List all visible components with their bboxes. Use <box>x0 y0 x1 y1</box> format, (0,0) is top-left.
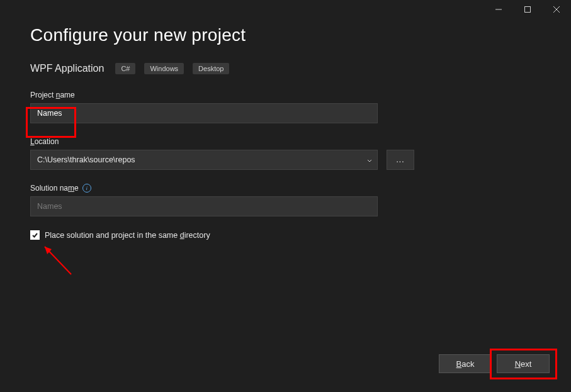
solution-name-label: Solution name i <box>30 184 541 193</box>
browse-button[interactable]: ... <box>387 150 414 170</box>
project-name-input[interactable] <box>30 103 378 123</box>
minimize-icon <box>495 6 502 13</box>
maximize-button[interactable] <box>513 0 542 19</box>
maximize-icon <box>524 6 531 13</box>
next-button[interactable]: Next <box>497 354 550 373</box>
same-directory-label: Place solution and project in the same d… <box>45 231 210 240</box>
tag-csharp: C# <box>115 63 135 74</box>
same-directory-row: Place solution and project in the same d… <box>30 230 541 240</box>
location-combobox[interactable]: C:\Users\thrak\source\repos <box>30 150 378 170</box>
solution-name-block: Solution name i <box>30 184 541 216</box>
project-name-label: Project name <box>30 91 541 99</box>
location-label: Location <box>30 137 541 146</box>
footer: Back Next <box>439 354 550 373</box>
svg-line-4 <box>45 247 71 274</box>
template-row: WPF Application C# Windows Desktop <box>30 63 541 74</box>
page-title: Configure your new project <box>30 25 541 45</box>
title-bar <box>0 0 571 19</box>
svg-marker-5 <box>45 247 52 254</box>
annotation-arrow-icon <box>40 243 77 281</box>
tag-desktop: Desktop <box>193 63 229 74</box>
back-button[interactable]: Back <box>439 354 492 373</box>
info-icon[interactable]: i <box>82 184 91 193</box>
project-name-block: Project name <box>30 91 541 123</box>
tag-windows: Windows <box>144 63 184 74</box>
checkmark-icon <box>31 232 38 238</box>
location-block: Location C:\Users\thrak\source\repos ... <box>30 137 541 170</box>
ellipsis-icon: ... <box>396 155 404 164</box>
close-icon <box>553 6 560 13</box>
solution-name-input <box>30 196 378 216</box>
location-value: C:\Users\thrak\source\repos <box>37 155 135 164</box>
chevron-down-icon <box>367 155 372 164</box>
close-button[interactable] <box>542 0 571 19</box>
minimize-button[interactable] <box>484 0 513 19</box>
svg-rect-1 <box>525 7 531 13</box>
template-name: WPF Application <box>30 63 104 74</box>
content-area: Configure your new project WPF Applicati… <box>0 19 571 240</box>
same-directory-checkbox[interactable] <box>30 230 40 240</box>
